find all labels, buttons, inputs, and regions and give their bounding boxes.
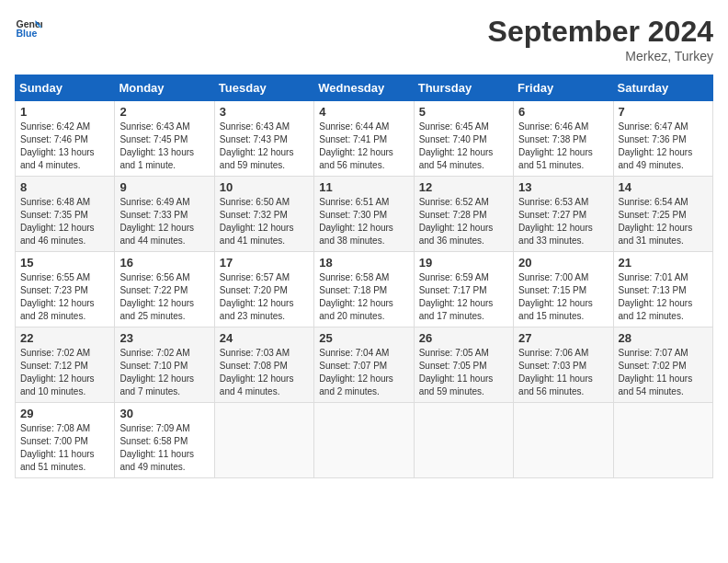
day-cell-7: 7Sunrise: 6:47 AM Sunset: 7:36 PM Daylig…	[613, 101, 712, 177]
day-info: Sunrise: 6:49 AM Sunset: 7:33 PM Dayligh…	[119, 196, 209, 247]
day-cell-29: 29Sunrise: 7:08 AM Sunset: 7:00 PM Dayli…	[16, 403, 115, 478]
day-cell-6: 6Sunrise: 6:46 AM Sunset: 7:38 PM Daylig…	[514, 101, 613, 177]
day-cell-15: 15Sunrise: 6:55 AM Sunset: 7:23 PM Dayli…	[16, 252, 115, 327]
location: Merkez, Turkey	[488, 49, 713, 63]
day-cell-20: 20Sunrise: 7:00 AM Sunset: 7:15 PM Dayli…	[514, 252, 613, 327]
empty-cell	[514, 403, 613, 478]
day-number: 3	[220, 105, 309, 119]
day-info: Sunrise: 6:59 AM Sunset: 7:17 PM Dayligh…	[419, 271, 508, 323]
day-info: Sunrise: 7:08 AM Sunset: 7:00 PM Dayligh…	[20, 422, 109, 474]
day-cell-30: 30Sunrise: 7:09 AM Sunset: 6:58 PM Dayli…	[115, 403, 214, 478]
empty-cell	[214, 403, 313, 478]
day-number: 15	[20, 256, 109, 270]
day-number: 29	[20, 407, 109, 420]
day-number: 4	[319, 105, 408, 119]
day-info: Sunrise: 6:52 AM Sunset: 7:28 PM Dayligh…	[419, 196, 508, 247]
weekday-header-sunday: Sunday	[16, 75, 115, 101]
day-cell-24: 24Sunrise: 7:03 AM Sunset: 7:08 PM Dayli…	[214, 327, 313, 403]
day-info: Sunrise: 7:09 AM Sunset: 6:58 PM Dayligh…	[119, 422, 209, 474]
day-number: 10	[220, 180, 309, 194]
day-cell-14: 14Sunrise: 6:54 AM Sunset: 7:25 PM Dayli…	[613, 177, 712, 252]
day-number: 27	[518, 331, 608, 345]
day-number: 22	[20, 331, 109, 345]
day-info: Sunrise: 7:05 AM Sunset: 7:05 PM Dayligh…	[419, 347, 508, 398]
day-number: 17	[220, 256, 309, 270]
day-info: Sunrise: 6:42 AM Sunset: 7:46 PM Dayligh…	[20, 121, 109, 172]
week-row-4: 22Sunrise: 7:02 AM Sunset: 7:12 PM Dayli…	[16, 327, 713, 403]
day-info: Sunrise: 6:55 AM Sunset: 7:23 PM Dayligh…	[20, 271, 109, 323]
day-number: 30	[119, 407, 209, 420]
day-number: 28	[619, 331, 708, 345]
day-number: 18	[319, 256, 408, 270]
day-cell-11: 11Sunrise: 6:51 AM Sunset: 7:30 PM Dayli…	[314, 177, 414, 252]
day-info: Sunrise: 6:58 AM Sunset: 7:18 PM Dayligh…	[319, 271, 408, 323]
day-info: Sunrise: 7:06 AM Sunset: 7:03 PM Dayligh…	[518, 347, 608, 398]
title-block: September 2024 Merkez, Turkey	[488, 15, 713, 63]
week-row-1: 1Sunrise: 6:42 AM Sunset: 7:46 PM Daylig…	[16, 101, 713, 177]
day-info: Sunrise: 6:54 AM Sunset: 7:25 PM Dayligh…	[619, 196, 708, 247]
day-cell-27: 27Sunrise: 7:06 AM Sunset: 7:03 PM Dayli…	[514, 327, 613, 403]
day-cell-10: 10Sunrise: 6:50 AM Sunset: 7:32 PM Dayli…	[214, 177, 313, 252]
calendar-table: SundayMondayTuesdayWednesdayThursdayFrid…	[15, 75, 713, 478]
month-title: September 2024	[488, 15, 713, 49]
day-number: 24	[220, 331, 309, 345]
weekday-header-friday: Friday	[514, 75, 613, 101]
empty-cell	[613, 403, 712, 478]
empty-cell	[414, 403, 513, 478]
day-number: 2	[119, 105, 209, 119]
day-number: 11	[319, 180, 408, 194]
logo: General Blue	[15, 15, 42, 42]
day-info: Sunrise: 6:47 AM Sunset: 7:36 PM Dayligh…	[619, 121, 708, 172]
weekday-header-thursday: Thursday	[414, 75, 513, 101]
day-cell-4: 4Sunrise: 6:44 AM Sunset: 7:41 PM Daylig…	[314, 101, 414, 177]
day-info: Sunrise: 6:43 AM Sunset: 7:45 PM Dayligh…	[119, 121, 209, 172]
day-info: Sunrise: 7:02 AM Sunset: 7:10 PM Dayligh…	[119, 347, 209, 398]
day-cell-17: 17Sunrise: 6:57 AM Sunset: 7:20 PM Dayli…	[214, 252, 313, 327]
day-cell-13: 13Sunrise: 6:53 AM Sunset: 7:27 PM Dayli…	[514, 177, 613, 252]
day-number: 21	[619, 256, 708, 270]
day-info: Sunrise: 6:44 AM Sunset: 7:41 PM Dayligh…	[319, 121, 408, 172]
day-cell-19: 19Sunrise: 6:59 AM Sunset: 7:17 PM Dayli…	[414, 252, 513, 327]
day-info: Sunrise: 6:56 AM Sunset: 7:22 PM Dayligh…	[119, 271, 209, 323]
weekday-header-monday: Monday	[115, 75, 214, 101]
day-info: Sunrise: 6:53 AM Sunset: 7:27 PM Dayligh…	[518, 196, 608, 247]
day-number: 14	[619, 180, 708, 194]
day-number: 5	[419, 105, 508, 119]
day-number: 6	[518, 105, 608, 119]
day-number: 7	[619, 105, 708, 119]
day-info: Sunrise: 7:07 AM Sunset: 7:02 PM Dayligh…	[619, 347, 708, 398]
day-number: 13	[518, 180, 608, 194]
day-cell-22: 22Sunrise: 7:02 AM Sunset: 7:12 PM Dayli…	[16, 327, 115, 403]
page-header: General Blue September 2024 Merkez, Turk…	[15, 15, 713, 63]
day-info: Sunrise: 6:57 AM Sunset: 7:20 PM Dayligh…	[220, 271, 309, 323]
svg-text:Blue: Blue	[17, 28, 38, 39]
day-cell-1: 1Sunrise: 6:42 AM Sunset: 7:46 PM Daylig…	[16, 101, 115, 177]
week-row-5: 29Sunrise: 7:08 AM Sunset: 7:00 PM Dayli…	[16, 403, 713, 478]
day-cell-28: 28Sunrise: 7:07 AM Sunset: 7:02 PM Dayli…	[613, 327, 712, 403]
day-number: 23	[119, 331, 209, 345]
day-info: Sunrise: 7:03 AM Sunset: 7:08 PM Dayligh…	[220, 347, 309, 398]
day-number: 16	[119, 256, 209, 270]
day-number: 26	[419, 331, 508, 345]
day-cell-9: 9Sunrise: 6:49 AM Sunset: 7:33 PM Daylig…	[115, 177, 214, 252]
day-info: Sunrise: 6:46 AM Sunset: 7:38 PM Dayligh…	[518, 121, 608, 172]
day-number: 1	[20, 105, 109, 119]
day-cell-8: 8Sunrise: 6:48 AM Sunset: 7:35 PM Daylig…	[16, 177, 115, 252]
day-cell-2: 2Sunrise: 6:43 AM Sunset: 7:45 PM Daylig…	[115, 101, 214, 177]
day-number: 20	[518, 256, 608, 270]
day-cell-16: 16Sunrise: 6:56 AM Sunset: 7:22 PM Dayli…	[115, 252, 214, 327]
day-number: 9	[119, 180, 209, 194]
day-info: Sunrise: 6:51 AM Sunset: 7:30 PM Dayligh…	[319, 196, 408, 247]
day-cell-18: 18Sunrise: 6:58 AM Sunset: 7:18 PM Dayli…	[314, 252, 414, 327]
day-info: Sunrise: 6:45 AM Sunset: 7:40 PM Dayligh…	[419, 121, 508, 172]
weekday-header-saturday: Saturday	[613, 75, 712, 101]
day-number: 8	[20, 180, 109, 194]
day-info: Sunrise: 6:43 AM Sunset: 7:43 PM Dayligh…	[220, 121, 309, 172]
day-cell-25: 25Sunrise: 7:04 AM Sunset: 7:07 PM Dayli…	[314, 327, 414, 403]
day-cell-12: 12Sunrise: 6:52 AM Sunset: 7:28 PM Dayli…	[414, 177, 513, 252]
day-cell-23: 23Sunrise: 7:02 AM Sunset: 7:10 PM Dayli…	[115, 327, 214, 403]
week-row-2: 8Sunrise: 6:48 AM Sunset: 7:35 PM Daylig…	[16, 177, 713, 252]
logo-icon: General Blue	[15, 15, 42, 42]
day-info: Sunrise: 7:01 AM Sunset: 7:13 PM Dayligh…	[619, 271, 708, 323]
day-info: Sunrise: 6:50 AM Sunset: 7:32 PM Dayligh…	[220, 196, 309, 247]
